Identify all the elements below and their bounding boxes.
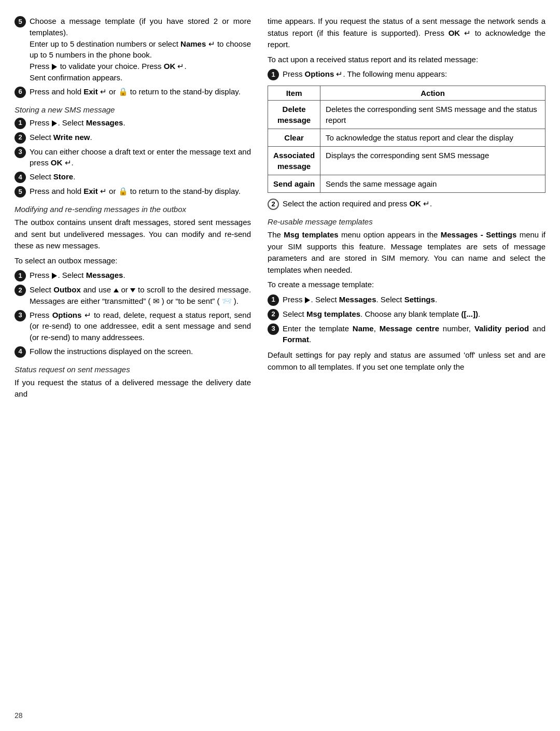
step-content: Select the action required and press OK …	[283, 198, 545, 209]
step-number: 4	[15, 172, 26, 183]
table-header-action: Action	[320, 86, 545, 101]
section-modifying: Modifying and re-sending messages in the…	[15, 205, 251, 358]
step-list-action: 1 Press Options ↵. The following menu ap…	[268, 68, 545, 80]
step-content: You can either choose a draft text or en…	[30, 146, 251, 169]
table-cell-action: Deletes the corresponding sent SMS messa…	[320, 101, 545, 129]
step-content: Press Options ↵ to read, delete, request…	[30, 310, 251, 343]
table-cell-item: Send again	[268, 175, 320, 193]
step-item: 6 Press and hold Exit ↵ or 🔒 to return t…	[15, 86, 251, 98]
step-number: 3	[268, 324, 279, 335]
step-number: 2	[15, 132, 26, 144]
step-content: Press Options ↵. The following menu appe…	[283, 68, 545, 80]
step-item: 2 Select the action required and press O…	[268, 198, 545, 210]
section-title-storing: Storing a new SMS message	[15, 105, 251, 114]
step-content: Select Msg templates. Choose any blank t…	[283, 308, 545, 320]
step-number: 2	[268, 309, 279, 320]
step-number-6: 6	[15, 87, 26, 98]
section-reusable: Re-usable message templates The Msg temp…	[268, 217, 545, 345]
section-title-reusable: Re-usable message templates	[268, 217, 545, 226]
step-number-5: 5	[15, 16, 26, 27]
step-item: 3 Press Options ↵ to read, delete, reque…	[15, 310, 251, 343]
step-number-1: 1	[268, 69, 279, 80]
step-content: Press . Select Messages.	[30, 117, 251, 129]
step-item: 2 Select Write new.	[15, 132, 251, 144]
step-content: Follow the instructions displayed on the…	[30, 346, 251, 357]
step-item: 1 Press Options ↵. The following menu ap…	[268, 68, 545, 80]
table-cell-action: To acknowledge the status report and cle…	[320, 129, 545, 147]
step-number: 2	[15, 285, 26, 296]
step-item: 2 Select Msg templates. Choose any blank…	[268, 308, 545, 320]
right-column: time appears. If you request the status …	[262, 16, 545, 715]
step-number: 1	[15, 118, 26, 129]
table-row-associated: Associated message Displays the correspo…	[268, 147, 545, 175]
reusable-intro: The Msg templates menu option appears in…	[268, 229, 545, 276]
step-item: 5 Choose a message template (if you have…	[15, 16, 251, 83]
table-row-send-again: Send again Sends the same message again	[268, 175, 545, 193]
table-header-item: Item	[268, 86, 320, 101]
step-content: Choose a message template (if you have s…	[30, 16, 251, 83]
table-row-delete: Delete message Deletes the corresponding…	[268, 101, 545, 129]
step-item: 5 Press and hold Exit ↵ or 🔒 to return t…	[15, 186, 251, 198]
step-item: 3 Enter the template Name, Message centr…	[268, 323, 545, 346]
action-table: Item Action Delete message Deletes the c…	[268, 86, 545, 193]
section-status: Status request on sent messages If you r…	[15, 365, 251, 400]
step-number: 3	[15, 310, 26, 321]
step-content: Press and hold Exit ↵ or 🔒 to return to …	[30, 186, 251, 197]
page-number: 28	[15, 711, 23, 720]
step-content: Press . Select Messages. Select Settings…	[283, 294, 545, 305]
create-subtitle: To create a message template:	[268, 279, 545, 291]
action-intro: To act upon a received status report and…	[268, 54, 545, 66]
status-intro: If you request the status of a delivered…	[15, 377, 251, 400]
table-cell-action: Displays the corresponding sent SMS mess…	[320, 147, 545, 175]
table-row-clear: Clear To acknowledge the status report a…	[268, 129, 545, 147]
step-content: Enter the template Name, Message centre …	[283, 323, 545, 346]
step-number-2: 2	[268, 199, 279, 210]
footer-text: Default settings for pay reply and statu…	[268, 349, 545, 373]
outbox-subtitle: To select an outbox message:	[15, 255, 251, 267]
step-number: 3	[15, 147, 26, 158]
modifying-intro: The outbox contains unsent draft message…	[15, 217, 251, 252]
section-storing: Storing a new SMS message 1 Press . Sele…	[15, 105, 251, 198]
section-title-status: Status request on sent messages	[15, 365, 251, 374]
step-item: 1 Press . Select Messages. Select Settin…	[268, 294, 545, 306]
step-content: Press . Select Messages.	[30, 270, 251, 281]
step-content: Select Store.	[30, 171, 251, 182]
step-content: Select Write new.	[30, 132, 251, 143]
step-content: Press and hold Exit ↵ or 🔒 to return to …	[30, 86, 251, 97]
continuing-text: time appears. If you request the status …	[268, 16, 545, 51]
table-cell-item: Clear	[268, 129, 320, 147]
step-item: 1 Press . Select Messages.	[15, 270, 251, 282]
table-cell-action: Sends the same message again	[320, 175, 545, 193]
table-cell-item: Associated message	[268, 147, 320, 175]
continuing-steps: 5 Choose a message template (if you have…	[15, 16, 251, 98]
step-list-storing: 1 Press . Select Messages. 2 Select Writ…	[15, 117, 251, 198]
step-item: 4 Follow the instructions displayed on t…	[15, 346, 251, 358]
step-list-action2: 2 Select the action required and press O…	[268, 198, 545, 210]
table-cell-item: Delete message	[268, 101, 320, 129]
step-list-template: 1 Press . Select Messages. Select Settin…	[268, 294, 545, 346]
step-item: 4 Select Store.	[15, 171, 251, 183]
step-content: Select Outbox and use or to scroll to th…	[30, 284, 251, 307]
step-list-outbox: 1 Press . Select Messages. 2 Select Outb…	[15, 270, 251, 358]
step-number: 1	[268, 294, 279, 306]
step-number: 1	[15, 270, 26, 282]
step-item: 3 You can either choose a draft text or …	[15, 146, 251, 169]
step-number: 4	[15, 346, 26, 358]
section-title-modifying: Modifying and re-sending messages in the…	[15, 205, 251, 214]
step-item: 2 Select Outbox and use or to scroll to …	[15, 284, 251, 307]
step-item: 1 Press . Select Messages.	[15, 117, 251, 129]
step-number: 5	[15, 186, 26, 198]
left-column: 5 Choose a message template (if you have…	[15, 16, 262, 715]
